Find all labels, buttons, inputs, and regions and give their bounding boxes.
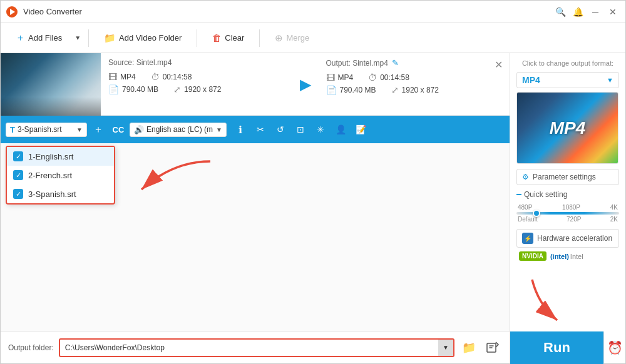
format-dropdown-arrow: ▼ xyxy=(607,76,613,84)
audio-icon: 🔊 xyxy=(134,125,144,134)
crop-button[interactable]: ⊡ xyxy=(292,121,309,138)
info-button[interactable]: ℹ xyxy=(232,121,249,138)
output-details-row2: 📄 790.40 MB ⤢ 1920 x 872 xyxy=(326,85,503,95)
video-thumbnail xyxy=(1,53,101,116)
format-hint: Click to change output format: xyxy=(516,59,619,67)
main-window: Video Converter 🔍 🔔 ─ ✕ ＋ Add Files ▼ 📁 … xyxy=(0,0,626,364)
parameter-settings-button[interactable]: ⚙ Parameter settings xyxy=(516,169,619,185)
add-folder-button[interactable]: 📁 Add Video Folder xyxy=(96,29,189,48)
separator3 xyxy=(259,29,260,47)
browse-folder-button[interactable]: 📁 xyxy=(459,338,478,357)
format-selector[interactable]: MP4 ▼ xyxy=(516,72,619,88)
output-duration-detail: ⏱ 00:14:58 xyxy=(368,73,409,83)
cc-button[interactable]: CC xyxy=(110,121,127,138)
close-button[interactable]: ✕ xyxy=(605,4,620,19)
subtitle-icon: T xyxy=(10,125,15,134)
separator2 xyxy=(197,29,197,47)
bookmark-title-icon[interactable]: 🔔 xyxy=(570,4,585,19)
param-icon: ⚙ xyxy=(522,173,529,181)
bottom-bar: Output folder: ▼ 📁 xyxy=(1,331,510,363)
output-size-detail: 📄 790.40 MB xyxy=(326,85,376,95)
format-preview: MP4 xyxy=(516,92,618,164)
output-folder-label: Output folder: xyxy=(8,343,54,352)
quality-slider[interactable] xyxy=(516,212,619,215)
hardware-acceleration-button[interactable]: ⚡ Hardware acceleration xyxy=(516,229,619,248)
separator xyxy=(88,29,89,47)
subtitle-edit-button[interactable]: 📝 xyxy=(352,121,369,138)
output-details-row1: 🎞 MP4 ⏱ 00:14:58 xyxy=(326,73,503,83)
expand-icon2: ⤢ xyxy=(391,85,399,95)
watermark-button[interactable]: 👤 xyxy=(332,121,349,138)
control-bar: T 3-Spanish.srt ▼ ＋ CC 🔊 English aac (LC… xyxy=(1,116,510,143)
right-sidebar: Click to change output format: MP4 ▼ MP4… xyxy=(510,53,625,363)
close-file-button[interactable]: ✕ xyxy=(492,58,505,71)
subtitle-item-spanish[interactable]: ✓ 3-Spanish.srt xyxy=(7,185,114,203)
add-files-dropdown-arrow[interactable]: ▼ xyxy=(74,34,81,41)
source-details-row1: 🎞 MP4 ⏱ 00:14:58 xyxy=(108,72,285,82)
minimize-button[interactable]: ─ xyxy=(588,4,603,19)
file-icon: 📄 xyxy=(108,84,119,94)
audio-dropdown[interactable]: 🔊 English aac (LC) (m ▼ xyxy=(130,123,227,137)
add-files-button[interactable]: ＋ Add Files xyxy=(8,28,69,48)
effects-button[interactable]: ✳ xyxy=(312,121,329,138)
rotate-button[interactable]: ↺ xyxy=(272,121,289,138)
output-resolution-detail: ⤢ 1920 x 872 xyxy=(391,85,439,95)
add-subtitle-button[interactable]: ＋ xyxy=(90,121,107,138)
nvidia-logo: NVIDIA xyxy=(519,251,546,261)
merge-icon: ⊕ xyxy=(275,33,283,44)
title-bar: Video Converter 🔍 🔔 ─ ✕ xyxy=(1,1,625,23)
output-path-dropdown-arrow[interactable]: ▼ xyxy=(438,340,453,356)
intel-section: (intel) Intel xyxy=(550,253,583,260)
merge-button[interactable]: ⊕ Merge xyxy=(267,29,317,48)
content-area: Source: Sintel.mp4 🎞 MP4 ⏱ 00:14:58 xyxy=(1,53,510,363)
check-french: ✓ xyxy=(13,170,23,180)
folder-icon: 📁 xyxy=(104,33,116,44)
subtitle-dropdown-arrow: ▼ xyxy=(76,126,83,133)
format-preview-inner: MP4 xyxy=(517,93,618,163)
film-icon: 🎞 xyxy=(108,72,117,82)
output-action-button[interactable] xyxy=(483,338,502,357)
gpu-logos: NVIDIA (intel) Intel xyxy=(516,251,619,261)
subtitle-item-french[interactable]: ✓ 2-French.srt xyxy=(7,166,114,185)
subtitle-item-english[interactable]: ✓ 1-English.srt xyxy=(7,147,114,166)
quality-slider-area: 480P 1080P 4K Default 720P 2K xyxy=(516,201,619,229)
check-spanish: ✓ xyxy=(13,189,23,199)
source-details-row2: 📄 790.40 MB ⤢ 1920 x 872 xyxy=(108,84,285,94)
run-button[interactable]: Run xyxy=(510,331,603,364)
output-format-detail: 🎞 MP4 xyxy=(326,73,354,83)
hw-icon: ⚡ xyxy=(522,233,533,244)
audio-dropdown-arrow: ▼ xyxy=(216,126,222,133)
alarm-button[interactable]: ⏰ xyxy=(603,331,626,364)
output-label: Output: Sintel.mp4 ✎ xyxy=(326,58,503,68)
source-info: Source: Sintel.mp4 🎞 MP4 ⏱ 00:14:58 xyxy=(101,53,292,115)
clock-icon2: ⏱ xyxy=(368,73,377,83)
file-icon2: 📄 xyxy=(326,85,337,95)
app-logo xyxy=(6,6,18,18)
app-title: Video Converter xyxy=(23,7,553,16)
trash-icon: 🗑 xyxy=(212,33,222,43)
source-resolution-detail: ⤢ 1920 x 872 xyxy=(173,84,221,94)
quick-setting-label: Quick setting xyxy=(516,190,619,199)
search-title-icon[interactable]: 🔍 xyxy=(553,4,568,19)
bottom-right-actions: Run ⏰ xyxy=(510,331,626,364)
clear-button[interactable]: 🗑 Clear xyxy=(205,29,252,47)
source-size-detail: 📄 790.40 MB xyxy=(108,84,158,94)
output-path-field[interactable]: ▼ xyxy=(59,338,454,357)
file-area: Source: Sintel.mp4 🎞 MP4 ⏱ 00:14:58 xyxy=(1,53,510,331)
check-english: ✓ xyxy=(13,151,23,161)
file-item: Source: Sintel.mp4 🎞 MP4 ⏱ 00:14:58 xyxy=(1,53,510,116)
output-path-input[interactable] xyxy=(65,343,448,352)
output-info: Output: Sintel.mp4 ✎ 🎞 MP4 ⏱ 00:14:58 xyxy=(319,53,510,115)
source-label: Source: Sintel.mp4 xyxy=(108,58,285,67)
expand-icon: ⤢ xyxy=(173,84,181,94)
source-duration-detail: ⏱ 00:14:58 xyxy=(151,72,192,82)
subtitle-dropdown-list: ✓ 1-English.srt ✓ 2-French.srt ✓ 3-Spani… xyxy=(6,146,115,205)
window-controls: 🔍 🔔 ─ ✕ xyxy=(553,4,620,19)
subtitle-dropdown[interactable]: T 3-Spanish.srt ▼ xyxy=(6,123,87,137)
convert-arrow: ▶ xyxy=(292,53,319,115)
main-area: Source: Sintel.mp4 🎞 MP4 ⏱ 00:14:58 xyxy=(1,53,625,363)
cut-button[interactable]: ✂ xyxy=(252,121,269,138)
edit-output-icon[interactable]: ✎ xyxy=(392,58,399,68)
quality-labels-bottom: Default 720P 2K xyxy=(516,216,619,223)
format-name: MP4 xyxy=(522,75,540,85)
